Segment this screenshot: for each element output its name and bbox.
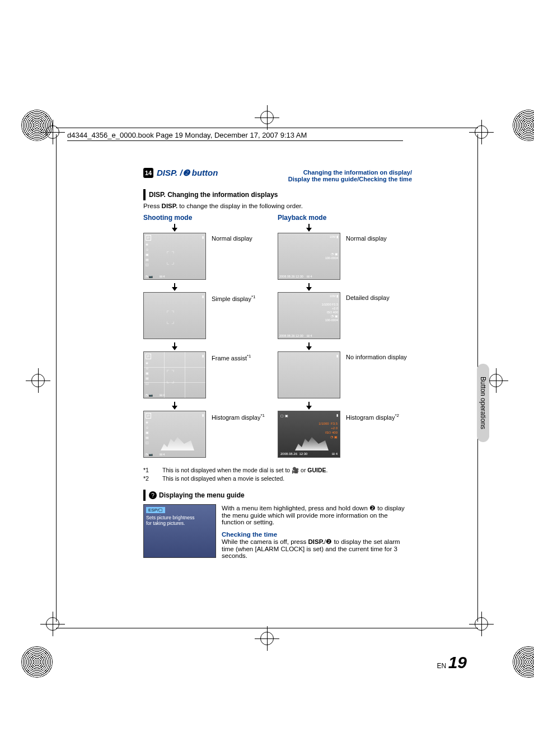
shoot-hist-row: P ❀☺▣▤◫ ▮ ◔ 📷 ⊞ 4 Histogram display*1 [143,411,278,458]
p-icon: P [146,235,151,241]
battery-icon: ▮ [336,354,338,358]
guide-body: ESP/▢ Sets picture brightness for taking… [143,504,412,559]
registration-cross-tl [41,121,64,143]
section-number-box: 14 [143,168,153,178]
histogram-text: Histogram display [346,414,395,421]
section-body-prefix: Press [143,203,162,209]
pb-detailed-row: 10M ▮ 1/1000 F3.5 +2.0 ISO 400 ◔ ▣ 100-0… [278,292,412,339]
guide-esp-label: ESP/▢ [146,507,165,513]
help-icon: ❷ [369,505,376,511]
footnotes: *1 This is not displayed when the mode d… [143,467,412,482]
section-tab-indicator [143,189,146,200]
pb-hist-date: 2008.08.26 12:30 [280,452,307,456]
arrow-down-icon [171,283,179,291]
shoot-normal-thumb: P ❀☺▣▤◫ ⌜ ⌝⌞ ⌟ ▮ ◔ 📷 ⊞ 4 [143,233,206,280]
arrow-down-icon [171,224,179,232]
shoot-normal-row: P ❀☺▣▤◫ ⌜ ⌝⌞ ⌟ ▮ ◔ 📷 ⊞ 4 Normal display [143,233,278,280]
guide-preview-box: ESP/▢ Sets picture brightness for taking… [143,504,216,558]
af-brackets: ⌜ ⌝⌞ ⌟ [166,309,175,325]
shoot-hist-label: Histogram display*1 [212,411,265,421]
guide-line2: for taking pictures. [146,520,213,526]
guide-para1: With a menu item highlighted, press and … [222,504,412,525]
title-sub-line2: Display the menu guide/Checking the time [218,176,412,182]
page-en: EN [437,662,447,670]
guide-icon-text: GUIDE [307,467,326,473]
menu-guide-title-row: ? Displaying the menu guide [143,490,412,501]
footnote-1-text: This is not displayed when the mode dial… [162,467,327,474]
battery-icon: ▮ [202,235,204,239]
simple-display-text: Simple display [212,295,251,302]
shoot-simple-row: ⌜ ⌝⌞ ⌟ ▮ Simple display*1 [143,292,278,339]
histogram-text: Histogram display [212,414,260,421]
arrow-down-icon [171,402,179,410]
pb-noinfo-label: No information display [346,351,407,360]
title-main: DISP. /❷ button [157,168,218,178]
shoot-frame-label: Frame assist*1 [212,351,251,361]
battery-icon: ▮ [202,294,204,298]
sup1: *1 [247,354,251,359]
pb-hist-label: Histogram display*2 [346,411,399,421]
shoot-simple-thumb: ⌜ ⌝⌞ ⌟ ▮ [143,292,206,339]
pb-hist-thumb: ▢ ▣ ▮ 1/1000 F3.5 +2.0 ISO 400 ◔ ▣ 2008.… [278,411,340,458]
section-title: DISP. Changing the information displays [149,191,278,199]
bottom-icons: ◔ 📷 ⊞ 4 [145,275,165,278]
arrow-down-icon [171,342,179,350]
frame-assist-text: Frame assist [212,355,247,361]
section-title-rest: Changing the information displays [167,191,278,199]
guide-text-column: With a menu item highlighted, press and … [222,504,412,559]
menu-guide-title: Displaying the menu guide [159,491,245,499]
shoot-normal-label: Normal display [212,233,252,242]
section-body-disp: DISP. [162,203,178,209]
page-num-value: 19 [448,653,467,672]
playback-mode-column: Playback mode 10M ▮ ◔ ▣100-0004 2008.08.… [278,214,412,461]
pb-hist-count: ⊞ 4 [332,452,338,456]
side-tab: Button operations [477,364,489,442]
pb-detailed-thumb: 10M ▮ 1/1000 F3.5 +2.0 ISO 400 ◔ ▣ 100-0… [278,292,340,339]
side-tab-label: Button operations [479,377,487,429]
pb-detail-stats: 1/1000 F3.5 +2.0 ISO 400 ◔ ▣ 100-0004 [322,303,338,322]
mode-columns: Shooting mode P ❀☺▣▤◫ ⌜ ⌝⌞ ⌟ ▮ ◔ 📷 ⊞ 4 N… [143,214,412,461]
pb-detailed-label: Detailed display [346,292,390,301]
title-row: 14 DISP. /❷ button Changing the informat… [143,168,412,182]
title-sub-line1: Changing the information on display/ [218,169,412,176]
pb-normal-label: Normal display [346,233,387,242]
battery-icon: ▮ [336,413,338,417]
bottom-icons: ◔ 📷 ⊞ 4 [145,393,165,397]
af-brackets: ⌜ ⌝⌞ ⌟ [166,250,175,266]
crop-line-bottom [56,628,478,628]
help-icon: ? [149,491,157,499]
pb-info-top: 10M ▮ [330,235,338,238]
section-tab-indicator [143,490,146,501]
shoot-frame-thumb: P ❀☺▣▤◫ ⌜ ⌝⌞ ⌟ ▮ ◔ 📷 ⊞ 4 [143,351,206,398]
footnote-2-text: This is not displayed when a movie is se… [162,475,284,482]
grid-overlay [144,352,205,398]
pb-hist-row: ▢ ▣ ▮ 1/1000 F3.5 +2.0 ISO 400 ◔ ▣ 2008.… [278,411,412,458]
shoot-hist-thumb: P ❀☺▣▤◫ ▮ ◔ 📷 ⊞ 4 [143,411,206,458]
pb-info-top: 10M ▮ [330,294,338,298]
book-header: d4344_4356_e_0000.book Page 19 Monday, D… [67,131,403,141]
playback-mode-label: Playback mode [278,214,412,222]
footnote-2-tag: *2 [143,475,162,482]
section-body-suffix: to change the display in the following o… [177,203,303,209]
main-content: 14 DISP. /❷ button Changing the informat… [143,168,412,559]
arrow-down-icon [305,224,313,232]
movie-icon: 🎥 [292,467,299,473]
pb-normal-thumb: 10M ▮ ◔ ▣100-0004 2008.08.26 12:30 ⊞ 4 [278,233,340,280]
title-disp: DISP. / [157,168,182,177]
shoot-frame-row: P ❀☺▣▤◫ ⌜ ⌝⌞ ⌟ ▮ ◔ 📷 ⊞ 4 Frame assist*1 [143,351,278,398]
registration-cross-bl [41,613,64,635]
footnote-1: *1 This is not displayed when the mode d… [143,467,412,474]
left-icons: ❀☺▣▤◫ [146,420,149,445]
pb-bottom: 2008.08.26 12:30 ⊞ 4 [279,334,312,337]
crop-line-top [56,128,478,128]
arrow-down-icon [305,342,313,350]
sup1: *1 [260,413,265,418]
arrow-down-icon [305,283,313,291]
pb-noinfo-row: ▮ No information display [278,351,412,398]
crop-line-left [56,134,57,622]
title-button-word: button [190,168,218,177]
sup1: *1 [251,294,256,299]
left-icons: ❀☺▣▤◫ [146,242,149,267]
guide-line1: Sets picture brightness [146,515,213,520]
shooting-mode-column: Shooting mode P ❀☺▣▤◫ ⌜ ⌝⌞ ⌟ ▮ ◔ 📷 ⊞ 4 N… [143,214,278,461]
